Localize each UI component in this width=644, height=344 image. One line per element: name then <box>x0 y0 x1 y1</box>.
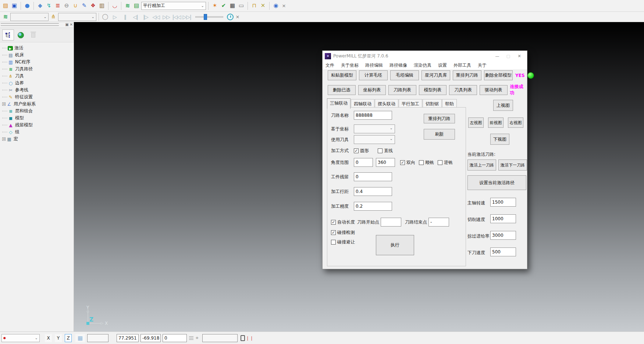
viewmill-icon[interactable]: ● <box>23 2 31 10</box>
tool-library-button[interactable]: 星河刀具库 <box>421 70 450 80</box>
collision-check-checkbox[interactable]: ✓ <box>331 230 336 235</box>
points-icon[interactable]: ❖ <box>89 2 97 10</box>
view-left-button[interactable]: 左视图 <box>468 117 484 128</box>
tree-item-nc-program[interactable]: ▥NC程序 <box>2 59 74 66</box>
tree-item-feature-sets[interactable]: ✎特征设置 <box>2 94 74 101</box>
tolerance-input[interactable] <box>354 202 392 211</box>
line-checkbox[interactable] <box>378 148 383 153</box>
tree-item-stock-models[interactable]: ▲残留模型 <box>2 122 74 129</box>
refresh-button[interactable]: 刷新 <box>424 129 455 140</box>
tab-explorer-tree[interactable] <box>2 29 14 41</box>
dialog-titlebar[interactable]: ✦ PowerMILL 忆梦星河 7.0.6 — ▢ ✕ <box>323 51 527 61</box>
toolpath-icon[interactable]: ↯ <box>45 2 53 10</box>
float-panel-icon[interactable]: ▣ <box>65 22 68 27</box>
verify-icon[interactable]: ✔ <box>220 2 228 10</box>
axis-z-button[interactable]: Z <box>65 334 72 342</box>
cutting-input[interactable] <box>490 214 516 223</box>
mounting-icon[interactable]: ⊓ <box>250 2 258 10</box>
close-button[interactable]: ✕ <box>514 52 525 60</box>
stepover-input[interactable] <box>354 187 392 196</box>
maximize-button[interactable]: ▢ <box>503 52 514 60</box>
axis-x-button[interactable]: X <box>45 334 52 342</box>
base-coord-combo[interactable] <box>354 124 395 133</box>
toolpath-name-input[interactable] <box>354 111 392 120</box>
view-bottom-button[interactable]: 下视图 <box>490 134 509 145</box>
fast-forward-button[interactable]: ▷▷ <box>161 14 171 20</box>
menu-settings[interactable]: 设置 <box>438 62 447 69</box>
go-start-button[interactable]: |◁◁ <box>172 14 181 20</box>
menu-about[interactable]: 关于 <box>478 62 487 69</box>
lightbulb-icon[interactable]: ◯ <box>101 13 109 21</box>
rewind-button[interactable]: ◁◁ <box>151 14 161 20</box>
block-edit-button[interactable]: 毛坯编辑 <box>390 70 419 80</box>
drive-list-button[interactable]: 驱动列表 <box>480 85 508 95</box>
close-panel-icon[interactable]: ✕ <box>70 22 73 27</box>
view-front-button[interactable]: 前视图 <box>488 117 504 128</box>
auto-length-checkbox[interactable]: ✓ <box>331 220 336 225</box>
step-forward-button[interactable]: |▷ <box>141 14 150 20</box>
coord-z-box[interactable]: 0 <box>163 334 187 342</box>
conventional-checkbox[interactable] <box>438 160 442 165</box>
tree-item-models[interactable]: ◼模型 <box>2 115 74 122</box>
feature-set-icon[interactable]: ▥ <box>98 2 106 10</box>
tree-item-tools[interactable]: ⋔刀具 <box>2 73 74 80</box>
calculator-icon[interactable]: ▦ <box>228 2 236 10</box>
menu-external-tools[interactable]: 外部工具 <box>453 62 471 69</box>
angle-from-input[interactable] <box>354 158 373 167</box>
model-list-button[interactable]: 模型列表 <box>419 85 447 95</box>
coord-y-box[interactable]: -69.918 <box>140 334 161 342</box>
sim-tool-combo[interactable]: ⌄ <box>58 13 96 21</box>
use-tool-combo[interactable] <box>354 135 395 144</box>
tool-list-button[interactable]: 刀具列表 <box>449 85 477 95</box>
open-project-icon[interactable]: ▨ <box>1 2 10 10</box>
tree-item-patterns[interactable]: ✂参考线 <box>2 87 74 94</box>
grid-toggle-button[interactable]: ▦ <box>75 334 85 342</box>
delete-selected-button[interactable]: 删除已选 <box>328 85 356 95</box>
rearrange-toolpaths-button[interactable]: 重排列刀路 <box>453 70 481 80</box>
climb-checkbox[interactable] <box>419 160 424 165</box>
save-project-icon[interactable]: ▣ <box>10 2 18 10</box>
tree-item-macros[interactable]: +▦宏 <box>2 136 74 143</box>
menu-coords[interactable]: 关于坐标 <box>341 62 359 69</box>
transform-icon[interactable]: ✕ <box>259 2 267 10</box>
tree-item-machine[interactable]: ▤机床 <box>2 52 74 59</box>
tool-arc-icon[interactable]: ◡ <box>111 2 119 10</box>
ball-tool-icon[interactable]: ⊖ <box>63 2 71 10</box>
probe-icon[interactable]: ⌖ <box>196 335 199 341</box>
go-end-button[interactable]: ▷▷| <box>182 14 192 20</box>
view-top-button[interactable]: 上视图 <box>493 100 513 111</box>
panel-grip[interactable]: ▣ ✕ <box>0 22 74 28</box>
boundary-tool-icon[interactable]: ∪ <box>71 2 79 10</box>
tree-item-levels[interactable]: ≡层和组合 <box>2 108 74 115</box>
minimize-button[interactable]: — <box>492 52 503 60</box>
activate-next-button[interactable]: 激活下一刀路 <box>498 159 527 171</box>
measure-box[interactable] <box>202 334 238 342</box>
tree-item-toolpaths[interactable]: ≋刀具路径 <box>2 66 74 73</box>
calc-block-button[interactable]: 计算毛坯 <box>359 70 388 80</box>
plunge-input[interactable] <box>490 248 516 256</box>
strategy-combo[interactable]: 平行精加工 ⌄ <box>141 2 206 10</box>
device-icon[interactable] <box>241 335 245 341</box>
view-right-button[interactable]: 右视图 <box>508 117 523 128</box>
pause-button[interactable]: ∥ <box>120 14 130 20</box>
menu-path-mirror[interactable]: 路径镜像 <box>389 62 407 69</box>
delete-all-models-button[interactable]: 删除全部模型 <box>484 70 513 80</box>
menu-path-edit[interactable]: 路径编辑 <box>365 62 383 69</box>
tree-item-boundaries[interactable]: ○边界 <box>2 80 74 87</box>
compare-icon[interactable]: ◉ <box>272 2 280 10</box>
end-point-input[interactable] <box>428 218 449 227</box>
angle-to-input[interactable] <box>376 158 395 167</box>
clock-icon[interactable] <box>227 14 234 20</box>
grid-size-box[interactable] <box>87 334 108 342</box>
circle-checkbox[interactable]: ✓ <box>354 148 359 153</box>
skim-input[interactable] <box>490 231 516 240</box>
menu-render-sim[interactable]: 渲染仿真 <box>414 62 431 69</box>
strategy-list-icon[interactable]: ▤ <box>132 2 140 10</box>
menu-file[interactable]: 文件 <box>325 62 334 69</box>
step-back-button[interactable]: ◁| <box>131 14 140 20</box>
close-toolbar-icon[interactable]: × <box>281 3 287 8</box>
expand-icon[interactable]: + <box>2 102 6 106</box>
toolpath-list-button[interactable]: 刀路列表 <box>388 85 416 95</box>
tree-item-groups[interactable]: ◇组 <box>2 129 74 136</box>
set-active-path-button[interactable]: 设置当前激活路径 <box>467 175 526 190</box>
